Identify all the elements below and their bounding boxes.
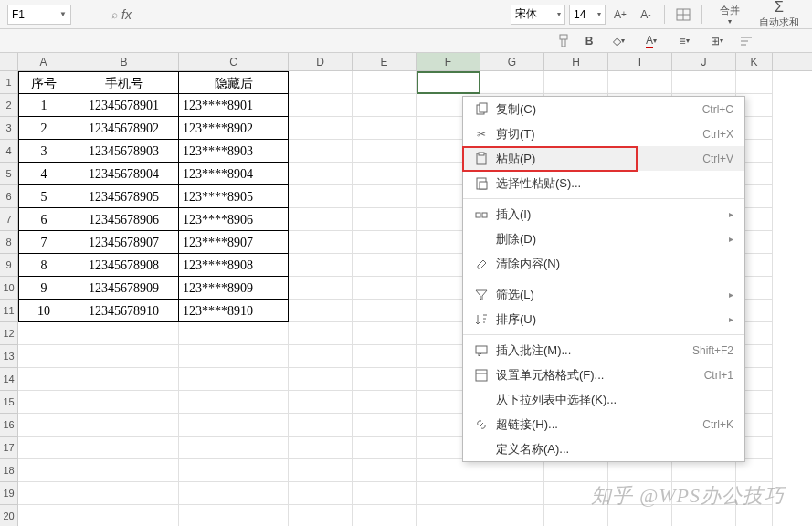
ctx-dropdown-pick[interactable]: 从下拉列表中选择(K)... <box>463 387 744 412</box>
cell[interactable] <box>18 391 69 414</box>
cell[interactable] <box>69 414 179 437</box>
cell[interactable]: 6 <box>18 208 69 231</box>
cell[interactable] <box>353 322 417 345</box>
row-header[interactable]: 13 <box>0 345 18 368</box>
cell[interactable] <box>179 322 289 345</box>
cell[interactable] <box>353 300 417 322</box>
cell[interactable]: 12345678910 <box>69 300 179 322</box>
cell[interactable] <box>417 71 480 94</box>
col-header[interactable]: I <box>608 53 672 70</box>
cell[interactable] <box>179 368 289 391</box>
row-header[interactable]: 20 <box>0 505 18 526</box>
cell[interactable] <box>289 322 353 345</box>
cell[interactable] <box>544 459 608 482</box>
cell[interactable] <box>353 185 417 208</box>
search-icon[interactable]: ⌕ <box>111 8 118 21</box>
cell[interactable] <box>179 345 289 368</box>
cell[interactable]: 2 <box>18 117 69 140</box>
name-box[interactable]: F1 ▼ <box>7 5 71 25</box>
cell[interactable] <box>69 459 179 482</box>
col-header[interactable]: E <box>353 53 417 70</box>
row-header[interactable]: 18 <box>0 459 18 482</box>
cell[interactable] <box>353 208 417 231</box>
cell[interactable]: 123****8901 <box>179 94 289 117</box>
cell[interactable] <box>353 414 417 437</box>
cell[interactable]: 12345678906 <box>69 208 179 231</box>
cell[interactable] <box>289 71 353 94</box>
cell[interactable]: 123****8902 <box>179 117 289 140</box>
cell[interactable] <box>353 94 417 117</box>
cell[interactable] <box>179 482 289 505</box>
cell[interactable] <box>544 71 608 94</box>
merge-button[interactable]: 合并▾ <box>710 1 750 28</box>
format-painter-button[interactable] <box>553 31 575 51</box>
ctx-filter[interactable]: 筛选(L) ▸ <box>463 282 744 307</box>
cell[interactable] <box>480 482 544 505</box>
cell[interactable]: 123****8910 <box>179 300 289 322</box>
cell[interactable] <box>289 345 353 368</box>
bold-button[interactable]: B <box>578 31 600 51</box>
cell[interactable] <box>69 391 179 414</box>
col-header[interactable]: C <box>179 53 289 70</box>
cell[interactable] <box>289 368 353 391</box>
ctx-comment[interactable]: 插入批注(M)... Shift+F2 <box>463 338 744 363</box>
fx-icon[interactable]: fx <box>121 7 132 22</box>
wrap-text-button[interactable] <box>735 31 757 51</box>
cell[interactable] <box>353 459 417 482</box>
cell[interactable]: 12345678902 <box>69 117 179 140</box>
row-header[interactable]: 19 <box>0 482 18 505</box>
cell[interactable] <box>672 71 736 94</box>
cell[interactable] <box>289 391 353 414</box>
row-header[interactable]: 16 <box>0 414 18 437</box>
cell[interactable]: 4 <box>18 163 69 185</box>
cell[interactable] <box>289 231 353 254</box>
cell[interactable]: 7 <box>18 231 69 254</box>
ctx-define-name[interactable]: 定义名称(A)... <box>463 437 744 461</box>
cell[interactable]: 8 <box>18 254 69 277</box>
cell[interactable] <box>179 414 289 437</box>
row-header[interactable]: 3 <box>0 117 18 140</box>
row-header[interactable]: 12 <box>0 322 18 345</box>
cell[interactable] <box>18 414 69 437</box>
cell[interactable]: 12345678903 <box>69 140 179 163</box>
cell[interactable]: 123****8909 <box>179 277 289 300</box>
cell[interactable]: 序号 <box>18 71 69 94</box>
row-header[interactable]: 11 <box>0 300 18 322</box>
ctx-insert[interactable]: 插入(I) ▸ <box>463 202 744 226</box>
cell[interactable] <box>736 71 773 94</box>
row-header[interactable]: 9 <box>0 254 18 277</box>
cell[interactable] <box>353 140 417 163</box>
border-button[interactable]: ⊞▾ <box>702 31 732 51</box>
cell[interactable] <box>289 94 353 117</box>
row-header[interactable]: 5 <box>0 163 18 185</box>
row-header[interactable]: 2 <box>0 94 18 117</box>
align-button[interactable]: ≡▾ <box>670 31 699 51</box>
cell[interactable] <box>289 505 353 526</box>
cell[interactable] <box>18 322 69 345</box>
cell[interactable] <box>18 437 69 459</box>
cell[interactable]: 5 <box>18 185 69 208</box>
cell[interactable] <box>353 254 417 277</box>
cell[interactable] <box>289 277 353 300</box>
cell[interactable] <box>289 117 353 140</box>
cell[interactable]: 12345678909 <box>69 277 179 300</box>
cell[interactable] <box>353 345 417 368</box>
cell[interactable]: 123****8904 <box>179 163 289 185</box>
cell[interactable] <box>69 505 179 526</box>
col-header[interactable]: A <box>18 53 69 70</box>
row-header[interactable]: 15 <box>0 391 18 414</box>
cell[interactable] <box>69 368 179 391</box>
font-name-select[interactable]: 宋体 ▾ <box>511 5 565 25</box>
row-header[interactable]: 8 <box>0 231 18 254</box>
col-header[interactable]: G <box>480 53 544 70</box>
cell[interactable] <box>179 391 289 414</box>
cell[interactable] <box>353 231 417 254</box>
cell[interactable] <box>353 482 417 505</box>
cell[interactable] <box>353 163 417 185</box>
cell[interactable] <box>289 414 353 437</box>
ctx-format-cells[interactable]: 设置单元格格式(F)... Ctrl+1 <box>463 363 744 387</box>
row-header[interactable]: 17 <box>0 437 18 459</box>
cell[interactable]: 1 <box>18 94 69 117</box>
ctx-paste[interactable]: 粘贴(P) Ctrl+V <box>463 146 744 171</box>
cell[interactable] <box>18 505 69 526</box>
